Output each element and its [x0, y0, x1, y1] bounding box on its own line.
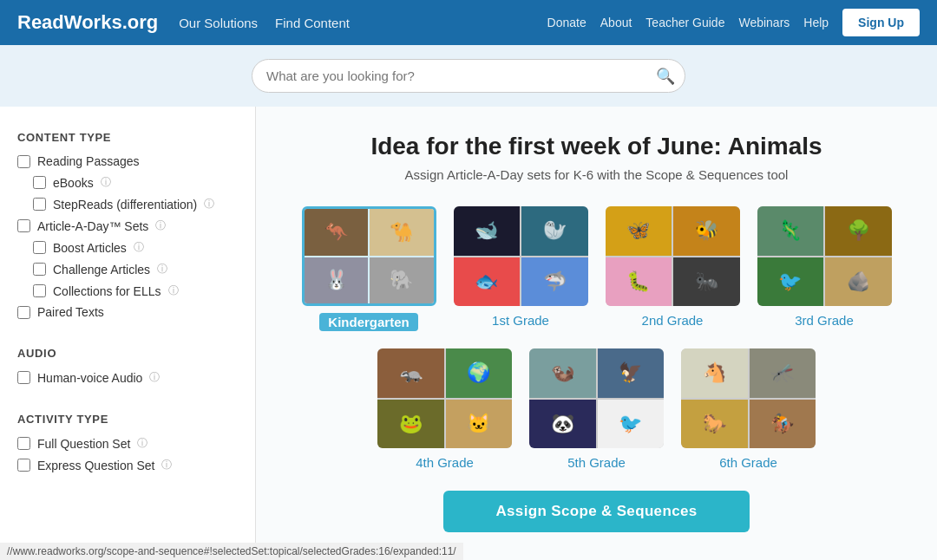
grade-card-5th[interactable]: 🦦 🦅 🐼 🐦 5th Grade: [529, 348, 664, 470]
animal-img-cell: 🐛: [606, 257, 672, 307]
animal-img-cell: 🐦: [757, 257, 824, 307]
collections-ells-label: Collections for ELLs: [53, 284, 161, 298]
audio-label: AUDIO: [17, 347, 238, 360]
checkbox-collections-ells[interactable]: [33, 284, 46, 297]
animal-img-cell: 🐴: [681, 348, 748, 398]
checkbox-boost-articles[interactable]: [33, 241, 46, 254]
ebooks-label: eBooks: [53, 176, 94, 190]
grade-label-3rd: 3rd Grade: [795, 313, 854, 328]
nav-about[interactable]: About: [600, 16, 632, 29]
checkbox-express-question-set[interactable]: [17, 459, 30, 472]
info-icon-human-voice-audio[interactable]: ⓘ: [149, 370, 160, 385]
animal-img-cell: 🦦: [529, 348, 596, 398]
sidebar-item-paired-texts[interactable]: Paired Texts: [17, 305, 238, 319]
nav-webinars[interactable]: Webinars: [738, 16, 790, 29]
info-icon-express-question-set[interactable]: ⓘ: [161, 458, 172, 472]
sidebar-item-full-question-set[interactable]: Full Question Set ⓘ: [17, 436, 238, 451]
nav-teacher-guide[interactable]: Teacher Guide: [645, 16, 724, 29]
checkbox-challenge-articles[interactable]: [33, 263, 46, 276]
grade-card-6th[interactable]: 🐴 🦟 🐎 🏇 6th Grade: [681, 348, 816, 470]
sidebar-item-reading-passages[interactable]: Reading Passages: [17, 154, 238, 168]
checkbox-full-question-set[interactable]: [17, 437, 30, 450]
info-icon-challenge-articles[interactable]: ⓘ: [157, 262, 167, 277]
animal-img-cell: 🐼: [529, 400, 596, 449]
animal-img-cell: 🐜: [673, 257, 740, 307]
site-logo[interactable]: ReadWorks.org: [17, 11, 158, 34]
checkbox-ebooks[interactable]: [33, 176, 46, 189]
info-icon-stepreads[interactable]: ⓘ: [204, 197, 214, 212]
content-type-label: CONTENT TYPE: [17, 131, 238, 144]
info-icon-collections-ells[interactable]: ⓘ: [168, 283, 179, 298]
info-icon-article-a-day[interactable]: ⓘ: [155, 218, 166, 233]
grade-card-1st[interactable]: 🐋 🦭 🐟 🦈 1st Grade: [454, 206, 588, 331]
checkbox-article-a-day[interactable]: [17, 219, 30, 232]
main-layout: CONTENT TYPE Reading Passages eBooks ⓘ S…: [0, 107, 937, 560]
info-icon-ebooks[interactable]: ⓘ: [101, 175, 111, 190]
animal-img-cell: 🐟: [454, 257, 521, 307]
grade-label-5th: 5th Grade: [567, 455, 626, 470]
sidebar-item-article-a-day[interactable]: Article-A-Day™ Sets ⓘ: [17, 218, 238, 233]
nav-our-solutions[interactable]: Our Solutions: [179, 16, 258, 30]
sign-up-button[interactable]: Sign Up: [842, 9, 920, 36]
grade-img-1st: 🐋 🦭 🐟 🦈: [454, 206, 588, 306]
sidebar-item-ebooks[interactable]: eBooks ⓘ: [17, 175, 238, 190]
sidebar-item-boost-articles[interactable]: Boost Articles ⓘ: [17, 240, 238, 255]
animal-img-cell: 🐦: [598, 400, 665, 449]
animal-img-cell: 🐎: [681, 400, 748, 449]
activity-type-label: ACTIVITY TYPE: [17, 413, 238, 426]
checkbox-human-voice-audio[interactable]: [17, 371, 30, 384]
assign-scope-sequences-button[interactable]: Assign Scope & Sequences: [443, 491, 749, 532]
sidebar-item-challenge-articles[interactable]: Challenge Articles ⓘ: [17, 262, 238, 277]
animal-img-cell: 🪨: [825, 257, 892, 307]
reading-passages-label: Reading Passages: [37, 154, 140, 168]
animal-img-cell: 🏇: [750, 400, 816, 449]
animal-img-cell: 🦅: [598, 348, 665, 398]
animal-img-cell: 🦟: [750, 348, 816, 398]
search-area: 🔍: [0, 45, 937, 107]
grade-img-kindergarten: 🦘 🐪 🐰 🐘: [302, 206, 436, 306]
grade-img-2nd: 🦋 🐝 🐛 🐜: [606, 206, 740, 306]
stepreads-label: StepReads (differentiation): [53, 198, 197, 212]
content-area: Idea for the first week of June: Animals…: [256, 107, 937, 560]
paired-texts-label: Paired Texts: [37, 305, 104, 319]
grade-img-6th: 🐴 🦟 🐎 🏇: [681, 348, 816, 448]
grade-card-kindergarten[interactable]: 🦘 🐪 🐰 🐘 Kindergarten: [302, 206, 436, 331]
info-icon-boost-articles[interactable]: ⓘ: [134, 240, 144, 255]
sidebar-item-express-question-set[interactable]: Express Question Set ⓘ: [17, 458, 238, 472]
sidebar-item-human-voice-audio[interactable]: Human-voice Audio ⓘ: [17, 370, 238, 385]
search-bar-wrap: 🔍: [252, 59, 685, 93]
sidebar: CONTENT TYPE Reading Passages eBooks ⓘ S…: [0, 107, 256, 560]
animal-img-cell: 🐘: [370, 257, 434, 304]
grade-img-3rd: 🦎 🌳 🐦 🪨: [757, 206, 892, 306]
challenge-articles-label: Challenge Articles: [53, 263, 150, 277]
animal-img-cell: 🌳: [825, 206, 892, 256]
grade-card-3rd[interactable]: 🦎 🌳 🐦 🪨 3rd Grade: [757, 206, 892, 331]
boost-articles-label: Boost Articles: [53, 241, 127, 255]
search-input[interactable]: [252, 59, 685, 93]
animal-img-cell: 🦭: [521, 206, 588, 256]
assign-btn-wrap: Assign Scope & Sequences: [291, 491, 902, 532]
grade-row-1: 🦘 🐪 🐰 🐘 Kindergarten 🐋 🦭 🐟 🦈 1st Grade: [291, 206, 902, 331]
info-icon-full-question-set[interactable]: ⓘ: [137, 436, 147, 451]
animal-img-cell: 🐝: [673, 206, 740, 256]
grade-card-2nd[interactable]: 🦋 🐝 🐛 🐜 2nd Grade: [606, 206, 740, 331]
sidebar-item-collections-ells[interactable]: Collections for ELLs ⓘ: [17, 283, 238, 298]
status-bar: //www.readworks.org/scope-and-sequence#!…: [0, 543, 463, 560]
navbar: ReadWorks.org Our Solutions Find Content…: [0, 0, 937, 45]
sidebar-item-stepreads[interactable]: StepReads (differentiation) ⓘ: [17, 197, 238, 212]
promo-title: Idea for the first week of June: Animals: [291, 133, 902, 160]
grade-card-4th[interactable]: 🦡 🌍 🐸 🐱 4th Grade: [377, 348, 512, 470]
search-button[interactable]: 🔍: [656, 67, 675, 86]
checkbox-reading-passages[interactable]: [17, 155, 30, 168]
animal-img-cell: 🦋: [606, 206, 672, 256]
nav-donate[interactable]: Donate: [547, 16, 586, 29]
grade-label-1st: 1st Grade: [492, 313, 549, 328]
animal-img-cell: 🌍: [446, 348, 513, 398]
grade-label-2nd: 2nd Grade: [642, 313, 704, 328]
checkbox-paired-texts[interactable]: [17, 306, 30, 319]
checkbox-stepreads[interactable]: [33, 198, 46, 211]
human-voice-audio-label: Human-voice Audio: [37, 371, 142, 385]
animal-img-cell: 🦘: [305, 209, 369, 256]
nav-find-content[interactable]: Find Content: [275, 16, 350, 30]
nav-help[interactable]: Help: [803, 16, 829, 29]
